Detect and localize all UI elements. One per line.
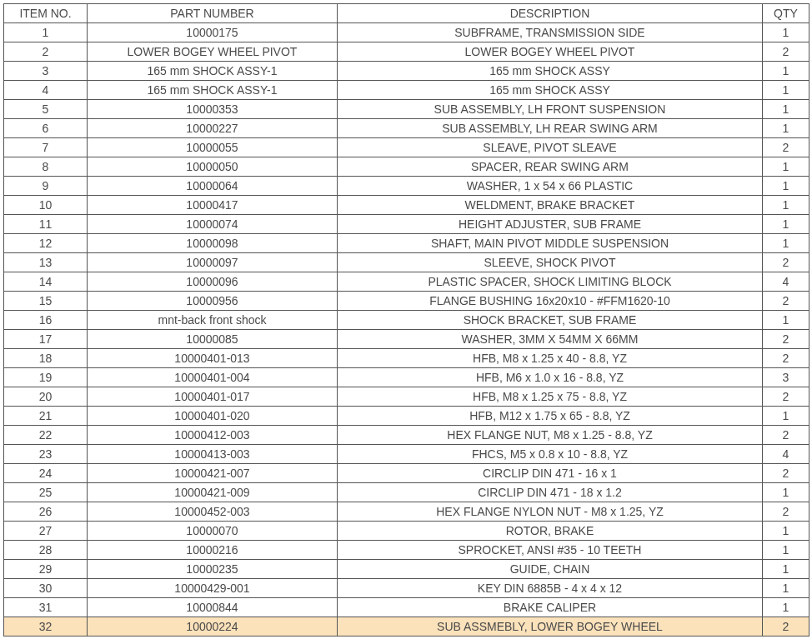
cell-item-no: 25 [4, 483, 88, 502]
table-row: 2210000412-003HEX FLANGE NUT, M8 x 1.25 … [4, 426, 809, 445]
table-row: 2LOWER BOGEY WHEEL PIVOTLOWER BOGEY WHEE… [4, 42, 809, 62]
cell-part-number: 10000055 [88, 138, 338, 157]
cell-description: LOWER BOGEY WHEEL PIVOT [338, 42, 763, 62]
cell-item-no: 28 [4, 541, 88, 560]
table-row: 16mnt-back front shockSHOCK BRACKET, SUB… [4, 311, 809, 330]
cell-description: HEX FLANGE NUT, M8 x 1.25 - 8.8, YZ [338, 426, 763, 445]
cell-item-no: 7 [4, 138, 88, 157]
table-row: 4165 mm SHOCK ASSY-1165 mm SHOCK ASSY1 [4, 81, 809, 100]
cell-part-number: 10000050 [88, 157, 338, 177]
cell-item-no: 3 [4, 62, 88, 81]
table-row: 510000353SUB ASSEMBLY, LH FRONT SUSPENSI… [4, 100, 809, 119]
cell-description: SPACER, REAR SWING ARM [338, 157, 763, 177]
table-row: 810000050SPACER, REAR SWING ARM1 [4, 157, 809, 177]
cell-item-no: 5 [4, 100, 88, 119]
cell-item-no: 26 [4, 502, 88, 522]
cell-description: SUBFRAME, TRANSMISSION SIDE [338, 23, 763, 42]
cell-description: KEY DIN 6885B - 4 x 4 x 12 [338, 579, 763, 598]
cell-part-number: 10000074 [88, 215, 338, 234]
cell-description: CIRCLIP DIN 471 - 16 x 1 [338, 464, 763, 483]
cell-part-number: 10000216 [88, 541, 338, 560]
table-row: 610000227SUB ASSEMBLY, LH REAR SWING ARM… [4, 119, 809, 138]
table-row: 2410000421-007CIRCLIP DIN 471 - 16 x 12 [4, 464, 809, 483]
cell-part-number: LOWER BOGEY WHEEL PIVOT [88, 42, 338, 62]
cell-part-number: mnt-back front shock [88, 311, 338, 330]
cell-qty: 1 [763, 560, 809, 579]
cell-item-no: 2 [4, 42, 88, 62]
cell-part-number: 10000401-017 [88, 387, 338, 407]
table-row: 3210000224SUB ASSMEBLY, LOWER BOGEY WHEE… [4, 617, 809, 637]
cell-item-no: 20 [4, 387, 88, 407]
table-row: 2710000070ROTOR, BRAKE1 [4, 522, 809, 541]
cell-qty: 1 [763, 157, 809, 177]
cell-item-no: 14 [4, 272, 88, 292]
cell-qty: 2 [763, 330, 809, 349]
cell-item-no: 32 [4, 617, 88, 637]
cell-description: SPROCKET, ANSI #35 - 10 TEETH [338, 541, 763, 560]
cell-qty: 4 [763, 445, 809, 464]
cell-item-no: 10 [4, 196, 88, 215]
cell-qty: 1 [763, 522, 809, 541]
cell-part-number: 10000417 [88, 196, 338, 215]
cell-description: FHCS, M5 x 0.8 x 10 - 8.8, YZ [338, 445, 763, 464]
cell-part-number: 10000097 [88, 253, 338, 272]
cell-description: HFB, M8 x 1.25 x 75 - 8.8, YZ [338, 387, 763, 407]
cell-part-number: 10000401-020 [88, 407, 338, 426]
table-row: 1310000097SLEEVE, SHOCK PIVOT2 [4, 253, 809, 272]
cell-part-number: 10000421-007 [88, 464, 338, 483]
cell-qty: 1 [763, 407, 809, 426]
cell-part-number: 165 mm SHOCK ASSY-1 [88, 81, 338, 100]
cell-description: WELDMENT, BRAKE BRACKET [338, 196, 763, 215]
cell-qty: 1 [763, 234, 809, 253]
table-row: 2010000401-017HFB, M8 x 1.25 x 75 - 8.8,… [4, 387, 809, 407]
cell-description: GUIDE, CHAIN [338, 560, 763, 579]
table-row: 1410000096PLASTIC SPACER, SHOCK LIMITING… [4, 272, 809, 292]
cell-qty: 1 [763, 62, 809, 81]
cell-qty: 1 [763, 119, 809, 138]
cell-item-no: 8 [4, 157, 88, 177]
cell-part-number: 10000844 [88, 598, 338, 617]
cell-item-no: 17 [4, 330, 88, 349]
cell-qty: 2 [763, 617, 809, 637]
cell-description: WASHER, 1 x 54 x 66 PLASTIC [338, 177, 763, 196]
cell-description: SLEAVE, PIVOT SLEAVE [338, 138, 763, 157]
cell-part-number: 10000227 [88, 119, 338, 138]
table-row: 1110000074HEIGHT ADJUSTER, SUB FRAME1 [4, 215, 809, 234]
cell-part-number: 10000429-001 [88, 579, 338, 598]
cell-qty: 1 [763, 23, 809, 42]
cell-part-number: 10000096 [88, 272, 338, 292]
cell-qty: 1 [763, 311, 809, 330]
cell-part-number: 10000956 [88, 292, 338, 311]
table-header-row: ITEM NO. PART NUMBER DESCRIPTION QTY [4, 4, 809, 23]
table-row: 3110000844BRAKE CALIPER1 [4, 598, 809, 617]
cell-part-number: 10000421-009 [88, 483, 338, 502]
cell-item-no: 30 [4, 579, 88, 598]
table-row: 1710000085WASHER, 3MM X 54MM X 66MM2 [4, 330, 809, 349]
table-row: 2910000235GUIDE, CHAIN1 [4, 560, 809, 579]
table-row: 1810000401-013HFB, M8 x 1.25 x 40 - 8.8,… [4, 349, 809, 368]
cell-description: FLANGE BUSHING 16x20x10 - #FFM1620-10 [338, 292, 763, 311]
cell-qty: 1 [763, 483, 809, 502]
cell-description: HEIGHT ADJUSTER, SUB FRAME [338, 215, 763, 234]
header-part-number: PART NUMBER [88, 4, 338, 23]
parts-table: ITEM NO. PART NUMBER DESCRIPTION QTY 110… [3, 3, 809, 637]
cell-part-number: 165 mm SHOCK ASSY-1 [88, 62, 338, 81]
cell-description: SUB ASSMEBLY, LOWER BOGEY WHEEL [338, 617, 763, 637]
cell-qty: 2 [763, 42, 809, 62]
cell-qty: 2 [763, 138, 809, 157]
cell-item-no: 15 [4, 292, 88, 311]
cell-item-no: 22 [4, 426, 88, 445]
cell-part-number: 10000175 [88, 23, 338, 42]
cell-item-no: 9 [4, 177, 88, 196]
table-row: 110000175SUBFRAME, TRANSMISSION SIDE1 [4, 23, 809, 42]
cell-item-no: 4 [4, 81, 88, 100]
cell-item-no: 11 [4, 215, 88, 234]
cell-qty: 2 [763, 502, 809, 522]
cell-qty: 2 [763, 349, 809, 368]
table-row: 1210000098SHAFT, MAIN PIVOT MIDDLE SUSPE… [4, 234, 809, 253]
cell-description: SHAFT, MAIN PIVOT MIDDLE SUSPENSION [338, 234, 763, 253]
cell-qty: 1 [763, 100, 809, 119]
table-row: 2310000413-003FHCS, M5 x 0.8 x 10 - 8.8,… [4, 445, 809, 464]
table-body: 110000175SUBFRAME, TRANSMISSION SIDE12LO… [4, 23, 809, 637]
cell-description: SUB ASSEMBLY, LH REAR SWING ARM [338, 119, 763, 138]
